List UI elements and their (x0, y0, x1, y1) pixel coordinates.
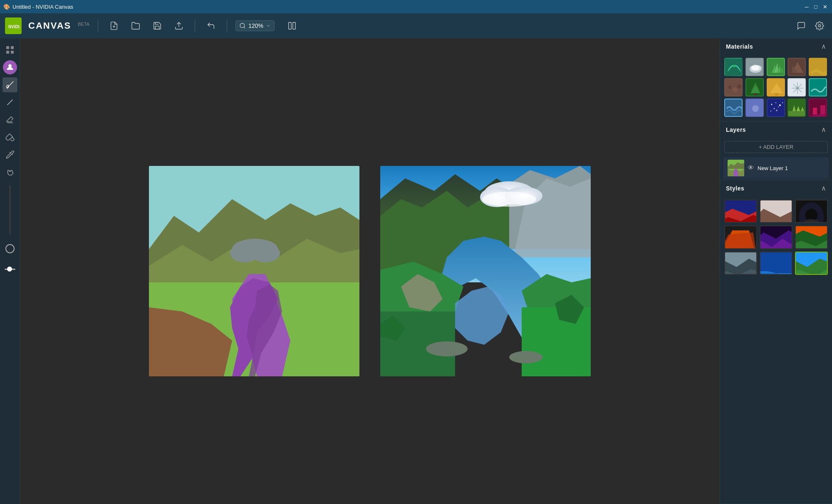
material-tundra[interactable] (809, 78, 827, 96)
style-item-3[interactable] (795, 200, 828, 223)
svg-rect-11 (11, 46, 14, 49)
svg-rect-37 (522, 307, 591, 376)
svg-rect-12 (6, 51, 9, 54)
title-bar-icon: 🎨 (3, 4, 10, 10)
style-item-2[interactable] (760, 200, 792, 223)
title-bar-controls: ─ □ ✕ (803, 3, 829, 10)
material-cloud[interactable] (745, 58, 764, 76)
line-tool-button[interactable] (2, 95, 17, 110)
svg-point-66 (733, 87, 738, 92)
minimize-button[interactable]: ─ (803, 3, 810, 10)
style-item-1[interactable] (724, 200, 757, 223)
style-item-8[interactable] (760, 252, 792, 275)
eyedropper-tool-button[interactable] (2, 147, 17, 162)
color-circle-button[interactable] (2, 241, 17, 256)
layers-section: Layers ∧ + ADD LAYER 👁 New Layer 1 (720, 121, 832, 180)
maximize-button[interactable]: □ (812, 3, 820, 10)
svg-rect-95 (788, 111, 806, 117)
material-grass[interactable] (767, 58, 785, 76)
open-file-button[interactable] (128, 18, 143, 33)
settings-button[interactable] (812, 18, 827, 33)
add-layer-button[interactable]: + ADD LAYER (724, 141, 828, 153)
material-snow[interactable] (787, 78, 806, 96)
svg-point-74 (775, 93, 778, 96)
material-field[interactable] (787, 99, 806, 117)
material-water[interactable] (724, 58, 743, 76)
layers-header: Layers ∧ (720, 121, 832, 138)
app-beta-label: BETA (78, 22, 89, 27)
zoom-control[interactable]: 120% (235, 20, 275, 31)
materials-grid (720, 54, 832, 121)
material-desert[interactable] (767, 78, 785, 96)
main-toolbar: NVIDIA CANVAS BETA (0, 13, 832, 38)
photo-svg (380, 166, 591, 376)
layers-title: Layers (726, 126, 746, 133)
svg-rect-10 (6, 46, 9, 49)
toolbar-separator-3 (227, 20, 227, 32)
svg-point-65 (728, 86, 732, 89)
svg-point-91 (773, 108, 775, 109)
app-title: CANVAS (28, 20, 71, 31)
styles-section: Styles ∧ (720, 180, 832, 504)
style-item-6[interactable] (795, 225, 828, 249)
layer-thumbnail (728, 160, 744, 176)
materials-section: Materials ∧ (720, 38, 832, 121)
svg-marker-120 (725, 232, 756, 249)
save-file-button[interactable] (150, 18, 165, 33)
styles-toggle[interactable]: ∧ (821, 184, 826, 192)
style-item-4[interactable] (724, 225, 757, 249)
svg-point-43 (482, 192, 536, 207)
svg-rect-13 (11, 51, 14, 54)
layers-toggle[interactable]: ∧ (821, 126, 826, 133)
undo-button[interactable] (203, 18, 218, 33)
left-sidebar (0, 38, 20, 504)
nvidia-logo: NVIDIA (5, 17, 22, 34)
eraser-tool-button[interactable] (2, 112, 17, 127)
compare-button[interactable] (285, 18, 300, 33)
layer-visibility-icon[interactable]: 👁 (748, 164, 754, 172)
style-item-9[interactable] (795, 252, 828, 275)
new-file-button[interactable] (106, 18, 121, 33)
svg-point-90 (782, 102, 783, 103)
grid-tool-button[interactable] (2, 42, 17, 57)
materials-header: Materials ∧ (720, 38, 832, 54)
material-sand[interactable] (809, 58, 827, 76)
materials-toggle[interactable]: ∧ (821, 42, 826, 50)
title-bar: 🎨 Untitled - NVIDIA Canvas ─ □ ✕ (0, 0, 832, 13)
svg-point-88 (775, 102, 776, 103)
svg-point-67 (737, 84, 741, 89)
material-water2[interactable] (745, 99, 764, 117)
svg-rect-100 (813, 108, 817, 114)
zoom-value: 120% (248, 22, 263, 29)
material-tree[interactable] (745, 78, 764, 96)
layer-item[interactable]: 👁 New Layer 1 (723, 157, 829, 179)
style-item-7[interactable] (724, 252, 757, 275)
svg-point-87 (771, 104, 772, 105)
svg-point-49 (733, 65, 735, 67)
material-ocean-wave[interactable] (724, 99, 743, 117)
fill-tool-button[interactable] (2, 130, 17, 145)
chat-button[interactable] (794, 18, 809, 33)
photo-canvas (380, 166, 591, 376)
svg-rect-101 (820, 105, 825, 114)
pan-tool-button[interactable] (2, 165, 17, 180)
svg-point-80 (796, 87, 799, 89)
svg-point-93 (770, 111, 771, 111)
close-button[interactable]: ✕ (821, 3, 829, 10)
size-slider-button[interactable] (2, 259, 17, 279)
work-area (20, 38, 720, 504)
svg-rect-86 (768, 99, 785, 117)
styles-header: Styles ∧ (720, 180, 832, 196)
material-night-stars[interactable] (767, 99, 785, 117)
material-dirt[interactable] (724, 78, 743, 96)
export-button[interactable] (171, 18, 186, 33)
svg-rect-71 (754, 93, 757, 96)
svg-point-9 (818, 25, 821, 27)
material-rock-mountain[interactable] (787, 58, 806, 76)
style-item-5[interactable] (760, 225, 792, 249)
material-urban-pink[interactable] (809, 99, 827, 117)
user-avatar-button[interactable] (2, 60, 17, 75)
svg-text:NVIDIA: NVIDIA (8, 25, 20, 29)
toolbar-separator-2 (195, 20, 195, 32)
brush-tool-button[interactable] (2, 77, 17, 92)
